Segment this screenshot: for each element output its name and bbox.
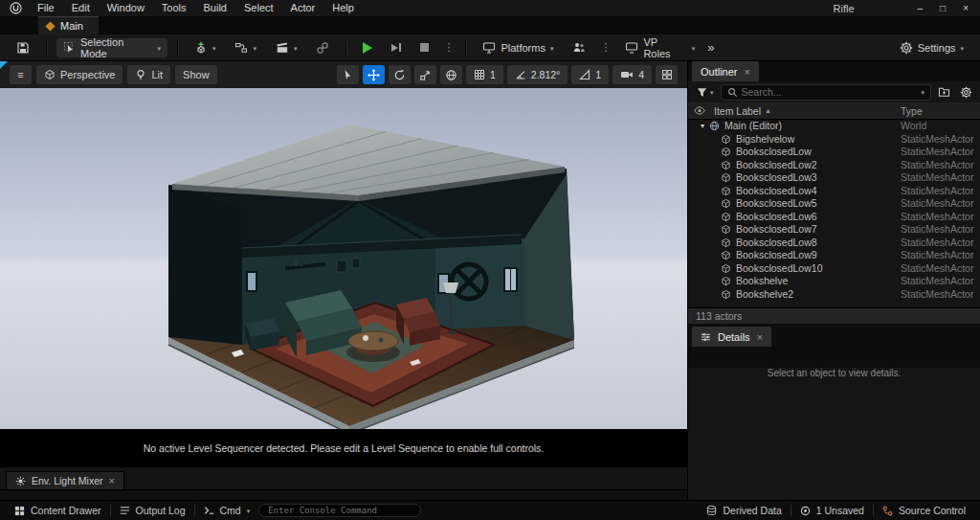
tab-main[interactable]: Main — [38, 16, 99, 34]
cmd-dropdown[interactable]: Cmd ▾ — [195, 501, 259, 520]
outliner-row[interactable]: BooksclosedLow10 StaticMeshActor — [688, 262, 980, 276]
outliner-row[interactable]: BooksclosedLow3 StaticMeshActor — [688, 171, 980, 185]
show-dropdown[interactable]: Show — [175, 65, 217, 84]
grid-snap-icon — [474, 69, 485, 80]
close-button[interactable]: × — [963, 0, 969, 16]
window-controls: – □ × — [918, 0, 972, 16]
menu-item[interactable]: Window — [99, 0, 153, 16]
outliner-row[interactable]: BooksclosedLow9 StaticMeshActor — [688, 249, 980, 262]
cinematics-button[interactable]: ▾ — [269, 38, 304, 57]
expander-arrow-icon[interactable]: ▾ — [701, 120, 704, 133]
world-icon — [709, 121, 720, 131]
output-log-button[interactable]: Output Log — [111, 501, 194, 520]
frame-skip-button[interactable] — [385, 38, 408, 57]
settings-dropdown[interactable]: Settings ▾ — [893, 38, 970, 57]
outliner-row[interactable]: Bookshelve StaticMeshActor — [688, 275, 980, 288]
actor-label: BooksclosedLow — [736, 146, 812, 159]
add-actor-button[interactable]: ▾ — [188, 38, 223, 57]
outliner-row[interactable]: BooksclosedLow2 StaticMeshActor — [688, 159, 980, 172]
blueprints-button[interactable]: ▾ — [228, 38, 263, 57]
menu-item[interactable]: Build — [195, 0, 235, 16]
lit-dropdown[interactable]: Lit — [127, 65, 170, 84]
outliner-row[interactable]: BooksclosedLow6 StaticMeshActor — [688, 211, 980, 224]
actor-type: StaticMeshActor — [901, 133, 973, 147]
maximize-button[interactable]: □ — [940, 0, 946, 16]
source-control-button[interactable]: Source Control — [874, 501, 974, 520]
sidebar-expand-button[interactable]: » — [707, 40, 714, 55]
actor-type: StaticMeshActor — [901, 249, 973, 262]
outliner-row[interactable]: BooksclosedLow8 StaticMeshActor — [688, 237, 980, 250]
menu-item[interactable]: Tools — [153, 0, 195, 16]
viewport-active-marker — [0, 61, 8, 69]
selection-mode-dropdown[interactable]: Selection Mode ▾ — [56, 38, 167, 57]
chevron-down-icon: ▾ — [253, 45, 256, 53]
rotation-snap-button[interactable]: 2.812° — [507, 65, 568, 84]
menu-item[interactable]: File — [29, 0, 63, 16]
content-drawer-button[interactable]: Content Drawer — [6, 501, 110, 520]
rotate-tool-button[interactable] — [389, 65, 411, 84]
tab-details[interactable]: Details × — [692, 327, 771, 347]
viewport-3d-scene[interactable] — [0, 88, 687, 429]
lit-label: Lit — [151, 69, 163, 80]
static-mesh-icon — [721, 134, 731, 145]
outliner-row[interactable]: Bigshelvelow StaticMeshActor — [688, 133, 980, 147]
actor-type: StaticMeshActor — [901, 211, 973, 224]
move-tool-button[interactable] — [363, 65, 385, 84]
filter-button[interactable]: ▾ — [693, 84, 717, 101]
new-folder-button[interactable] — [935, 84, 953, 100]
sequencer-link-button[interactable] — [309, 38, 336, 57]
perspective-dropdown[interactable]: Perspective — [36, 65, 122, 84]
outliner-row[interactable]: BooksclosedLow7 StaticMeshActor — [688, 223, 980, 237]
outliner-row-world[interactable]: ▾ Main (Editor) World — [688, 120, 980, 133]
grid-snap-button[interactable]: 1 — [466, 65, 503, 84]
multi-user-button[interactable] — [566, 38, 592, 57]
chevron-down-icon: ▾ — [710, 89, 714, 97]
outliner-row[interactable]: BooksclosedLow5 StaticMeshActor — [688, 197, 980, 211]
menu-item[interactable]: Actor — [282, 0, 324, 16]
menu-item[interactable]: Edit — [63, 0, 99, 16]
outliner-row[interactable]: BooksclosedLow4 StaticMeshActor — [688, 185, 980, 198]
platforms-dropdown[interactable]: Platforms ▾ — [476, 38, 560, 57]
select-tool-button[interactable] — [337, 65, 359, 84]
actor-label: BooksclosedLow5 — [736, 197, 817, 211]
console-command-input[interactable] — [258, 504, 421, 517]
play-options-kebab[interactable]: ⋮ — [441, 41, 456, 54]
viewport-layout-button[interactable] — [656, 65, 678, 84]
outliner-search-row: ▾ ▾ — [688, 81, 980, 102]
vp-roles-dropdown[interactable]: VP Roles ▾ — [618, 38, 702, 57]
unsaved-button[interactable]: 1 Unsaved — [791, 501, 873, 520]
outliner-row[interactable]: BooksclosedLow StaticMeshActor — [688, 146, 980, 159]
multi-user-kebab[interactable]: ⋮ — [598, 41, 612, 54]
derived-data-button[interactable]: Derived Data — [698, 501, 790, 520]
column-item-label[interactable]: Item Label — [714, 105, 761, 117]
search-input[interactable] — [742, 86, 918, 98]
tab-env-light-mixer[interactable]: Env. Light Mixer × — [6, 471, 124, 489]
scale-snap-button[interactable]: 1 — [571, 65, 609, 84]
viewport-toolbar: ≡ Perspective Lit Show — [0, 61, 687, 88]
outliner-row[interactable]: Bookshelve2 StaticMeshActor — [688, 288, 980, 302]
viewport-options-button[interactable]: ≡ — [10, 65, 32, 84]
close-icon[interactable]: × — [109, 475, 115, 486]
select-arrow-icon — [342, 69, 353, 80]
eye-icon[interactable] — [694, 106, 705, 115]
menu-item[interactable]: Select — [235, 0, 282, 16]
sort-ascending-icon: ▲ — [765, 107, 771, 114]
quad-layout-icon — [661, 69, 673, 80]
column-type[interactable]: Type — [901, 105, 923, 117]
world-local-toggle[interactable] — [440, 65, 462, 84]
tab-outliner[interactable]: Outliner × — [692, 61, 759, 81]
camera-icon — [620, 70, 634, 79]
camera-speed-button[interactable]: 4 — [612, 65, 652, 84]
minimize-button[interactable]: – — [918, 0, 924, 16]
output-log-label: Output Log — [136, 505, 186, 516]
close-icon[interactable]: × — [757, 331, 763, 343]
outliner-settings-button[interactable] — [957, 84, 975, 101]
angle-snap-icon — [515, 69, 526, 80]
menu-item[interactable]: Help — [323, 0, 363, 16]
actor-type: StaticMeshActor — [901, 185, 973, 198]
stop-button[interactable] — [413, 38, 435, 57]
scale-tool-button[interactable] — [414, 65, 436, 84]
close-icon[interactable]: × — [745, 66, 750, 78]
play-button[interactable] — [356, 38, 379, 57]
save-button[interactable] — [10, 38, 36, 57]
